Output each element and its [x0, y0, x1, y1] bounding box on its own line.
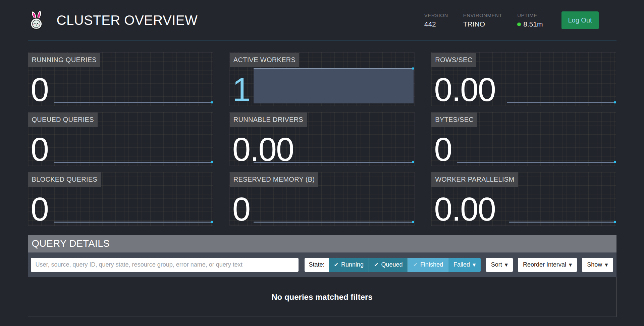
stat-label: ROWS/SEC [431, 53, 476, 67]
meta-environment: ENVIRONMENT TRINO [463, 12, 502, 28]
sparkline-series [509, 222, 615, 223]
query-search-input[interactable] [31, 258, 299, 272]
query-details-header: QUERY DETAILS [28, 235, 616, 252]
cluster-meta: VERSION 442 ENVIRONMENT TRINO UPTIME 8.5… [424, 12, 543, 28]
sort-button-label: Sort [491, 261, 502, 268]
stat-value: 0 [232, 196, 250, 222]
header: CLUSTER OVERVIEW VERSION 442 ENVIRONMENT… [28, 0, 616, 41]
stat-label: RUNNABLE DRIVERS [230, 112, 307, 127]
sparkline-series [254, 68, 414, 103]
query-filter-toolbar: State: ✔ Running ✔ Queued ✔ Finished Fai… [28, 252, 616, 277]
chevron-down-icon: ▼ [505, 263, 508, 267]
state-button-label: Finished [420, 261, 443, 268]
query-results-panel: No queries matched filters [28, 277, 616, 317]
uptime-text: 8.51m [523, 20, 543, 28]
uptime-status-dot-icon [517, 22, 521, 26]
stat-card-blocked-queries: BLOCKED QUERIES 0 [28, 172, 213, 226]
sparkline-series [54, 162, 212, 163]
sparkline-series [507, 102, 615, 103]
stat-card-queued-queries: QUEUED QUERIES 0 [28, 112, 213, 166]
state-button-label: Queued [381, 261, 402, 268]
cluster-overview-page: CLUSTER OVERVIEW VERSION 442 ENVIRONMENT… [28, 0, 616, 317]
uptime-label: UPTIME [517, 12, 543, 18]
check-icon: ✔ [374, 262, 378, 268]
show-button-label: Show [587, 261, 602, 268]
stat-label: RUNNING QUERIES [28, 53, 100, 67]
sparkline-dot-icon [211, 161, 213, 163]
stat-label: ACTIVE WORKERS [230, 53, 299, 67]
stat-value: 0 [31, 137, 49, 162]
sort-dropdown-button[interactable]: Sort ▼ [486, 258, 513, 272]
state-filter-label: State: [305, 258, 329, 272]
stat-card-worker-parallelism: WORKER PARALLELISM 0.00 [431, 172, 616, 226]
chevron-down-icon: ▼ [569, 263, 572, 267]
stat-label: WORKER PARALLELISM [431, 172, 518, 187]
stat-card-runnable-drivers: RUNNABLE DRIVERS 0.00 [229, 112, 415, 166]
check-icon: ✔ [413, 262, 417, 268]
stat-label: BLOCKED QUERIES [28, 172, 101, 187]
environment-label: ENVIRONMENT [463, 12, 502, 18]
version-value: 442 [424, 20, 448, 28]
sparkline-dot-icon [614, 161, 616, 163]
sparkline-series [457, 162, 615, 163]
sparkline-dot-icon [211, 101, 213, 103]
sparkline-series [54, 102, 212, 103]
stat-value: 0 [31, 77, 49, 102]
version-label: VERSION [424, 12, 448, 18]
state-filter-running[interactable]: ✔ Running [329, 258, 369, 272]
stat-card-bytes-sec: BYTES/SEC 0 [431, 112, 616, 166]
logout-button[interactable]: Log Out [561, 11, 599, 29]
environment-value: TRINO [463, 20, 502, 28]
reorder-interval-button-label: Reorder Interval [523, 261, 566, 268]
reorder-interval-dropdown-button[interactable]: Reorder Interval ▼ [518, 258, 577, 272]
stat-value: 1 [232, 77, 250, 102]
meta-version: VERSION 442 [424, 12, 448, 28]
uptime-value: 8.51m [517, 20, 543, 28]
empty-state-message: No queries matched filters [271, 292, 372, 302]
trino-bunny-logo-icon [28, 11, 47, 31]
state-button-label: Failed [453, 261, 470, 268]
state-filter-finished[interactable]: ✔ Finished [408, 258, 448, 272]
sparkline-dot-icon [412, 221, 414, 223]
page-title: CLUSTER OVERVIEW [57, 13, 198, 28]
state-button-label: Running [341, 261, 364, 268]
stat-card-active-workers: ACTIVE WORKERS 1 [229, 52, 415, 106]
stat-value: 0.00 [434, 77, 495, 102]
stat-value: 0.00 [434, 196, 495, 222]
chevron-down-icon: ▼ [473, 263, 476, 267]
show-dropdown-button[interactable]: Show ▼ [582, 258, 613, 272]
chevron-down-icon: ▼ [605, 263, 608, 267]
sparkline-dot-icon [614, 221, 616, 223]
sparkline-dot-icon [412, 161, 414, 163]
stat-label: QUEUED QUERIES [28, 112, 98, 127]
stat-value: 0.00 [232, 137, 294, 162]
stat-card-running-queries: RUNNING QUERIES 0 [28, 52, 213, 106]
stat-card-rows-sec: ROWS/SEC 0.00 [431, 52, 616, 106]
state-filter-queued[interactable]: ✔ Queued [369, 258, 408, 272]
state-filter-failed-dropdown[interactable]: Failed ▼ [448, 258, 481, 272]
sparkline-series [254, 222, 414, 223]
state-filter-group: State: ✔ Running ✔ Queued ✔ Finished Fai… [305, 258, 481, 272]
stat-card-reserved-memory: RESERVED MEMORY (B) 0 [229, 172, 415, 226]
stat-label: BYTES/SEC [431, 112, 477, 127]
stat-label: RESERVED MEMORY (B) [230, 172, 318, 187]
check-icon: ✔ [334, 262, 338, 268]
query-details-section: QUERY DETAILS State: ✔ Running ✔ Queued … [28, 235, 616, 317]
sparkline-dot-icon [614, 101, 616, 103]
meta-uptime: UPTIME 8.51m [517, 12, 543, 28]
stat-value: 0 [434, 137, 452, 162]
stat-value: 0 [31, 196, 49, 222]
cluster-stats-grid: RUNNING QUERIES 0 ACTIVE WORKERS 1 ROWS/… [28, 52, 616, 226]
sparkline-dot-icon [412, 67, 414, 69]
sparkline-series [54, 222, 212, 223]
sparkline-dot-icon [211, 221, 213, 223]
